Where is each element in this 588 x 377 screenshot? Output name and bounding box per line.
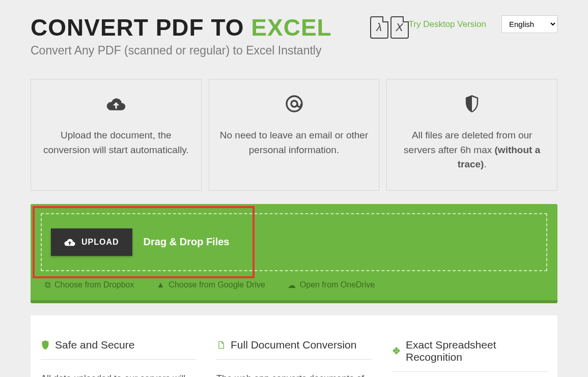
info-card-upload: Upload the document, the conversion will…	[31, 79, 202, 191]
info-card-delete: All files are deleted from our servers a…	[386, 79, 557, 191]
page-title: CONVERT PDF TO EXCEL	[31, 15, 360, 40]
card-text: Upload the document, the conversion will…	[41, 128, 191, 157]
crosshair-icon: ✥	[392, 346, 401, 356]
drag-drop-label: Drag & Drop Files	[144, 236, 230, 248]
feature-body: The web app converts documents of all si…	[216, 372, 372, 377]
info-card-email: No need to leave an email or other perso…	[209, 79, 380, 191]
onedrive-link[interactable]: ☁ Open from OneDrive	[288, 280, 375, 290]
page-subtitle: Convert Any PDF (scanned or regular) to …	[31, 44, 360, 57]
svg-point-1	[291, 101, 297, 107]
format-icons: λ X	[370, 16, 409, 39]
link-label: Open from OneDrive	[300, 280, 375, 289]
cloud-upload-icon	[41, 94, 191, 114]
feature-title: Exact Spreadsheet Recognition	[406, 339, 547, 363]
at-icon	[219, 94, 369, 114]
card-text: All files are deleted from our servers a…	[397, 128, 547, 172]
pdf-doc-icon: λ	[370, 16, 388, 39]
language-select[interactable]: English	[501, 15, 557, 33]
card-text: No need to leave an email or other perso…	[219, 128, 369, 157]
cloud-upload-icon	[64, 238, 75, 247]
feature-full: Full Document Conversion The web app con…	[216, 339, 372, 377]
upload-button-label: UPLOAD	[81, 238, 119, 247]
upload-button[interactable]: UPLOAD	[51, 228, 132, 256]
onedrive-icon: ☁	[288, 280, 296, 290]
title-part-a: CONVERT PDF TO	[31, 14, 251, 41]
feature-title: Full Document Conversion	[231, 339, 356, 351]
title-part-b: EXCEL	[251, 14, 331, 41]
xls-doc-icon: X	[390, 16, 409, 39]
feature-exact: ✥ Exact Spreadsheet Recognition All tabl…	[392, 339, 547, 377]
dropbox-icon: ⧉	[45, 280, 50, 289]
dropbox-link[interactable]: ⧉ Choose from Dropbox	[45, 280, 134, 290]
gdrive-link[interactable]: ▲ Choose from Google Drive	[157, 280, 265, 290]
feature-title: Safe and Secure	[55, 339, 134, 351]
gdrive-icon: ▲	[157, 280, 165, 289]
link-label: Choose from Dropbox	[54, 280, 134, 289]
document-icon	[216, 340, 226, 350]
try-desktop-link[interactable]: Try Desktop Version	[409, 19, 486, 30]
dropzone[interactable]: UPLOAD Drag & Drop Files	[41, 213, 547, 271]
feature-safe: Safe and Secure All data uploaded to our…	[41, 339, 196, 377]
shield-icon	[397, 94, 547, 114]
feature-body: All data uploaded to our servers will be…	[41, 372, 196, 377]
upload-panel: UPLOAD Drag & Drop Files ⧉ Choose from D…	[31, 204, 557, 303]
link-label: Choose from Google Drive	[169, 280, 265, 289]
svg-point-0	[287, 96, 302, 111]
shield-icon	[41, 340, 50, 350]
